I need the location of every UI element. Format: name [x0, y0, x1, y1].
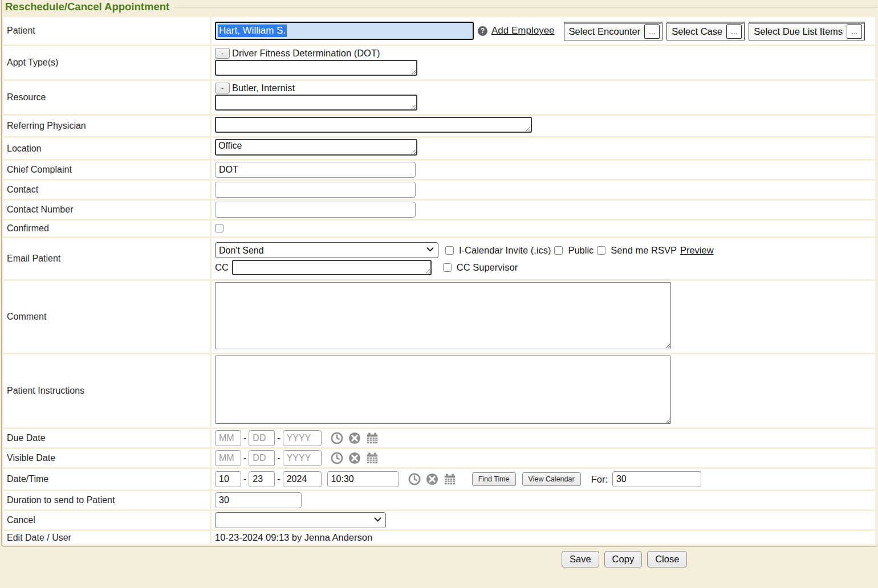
appt-type-collapse-button[interactable]: -	[215, 48, 230, 59]
add-employee-link[interactable]: Add Employee	[491, 25, 555, 36]
clear-date-icon[interactable]	[348, 452, 361, 464]
public-checkbox[interactable]	[554, 246, 563, 255]
duration-input[interactable]	[215, 492, 302, 508]
resource-input[interactable]	[215, 95, 417, 111]
select-encounter-label: Select Encounter	[569, 26, 641, 37]
edit-date-user-value: 10-23-2024 09:13 by Jenna Anderson	[215, 532, 372, 542]
due-date-label: Due Date	[3, 429, 210, 447]
cc-label: CC	[215, 262, 229, 273]
ical-invite-checkbox[interactable]	[445, 246, 454, 255]
patient-label: Patient	[3, 17, 210, 44]
appt-type-value: Driver Fitness Determination (DOT)	[232, 48, 380, 59]
calendar-icon[interactable]	[366, 432, 379, 444]
resource-value: Butler, Internist	[232, 83, 295, 93]
date-time-dd-input[interactable]	[249, 471, 275, 487]
due-date-yyyy-input[interactable]	[283, 430, 322, 446]
view-calendar-button[interactable]: View Calendar	[522, 472, 581, 486]
email-send-select[interactable]: Don't Send	[215, 242, 438, 258]
help-icon[interactable]: ?	[478, 26, 487, 36]
preview-link[interactable]: Preview	[680, 245, 714, 256]
ical-invite-label: I-Calendar Invite (.ics)	[459, 245, 551, 256]
date-separator: -	[243, 433, 246, 443]
date-separator: -	[277, 453, 280, 463]
select-due-list-items-group: Select Due List Items ...	[749, 22, 865, 40]
chief-complaint-input[interactable]	[215, 162, 416, 178]
clear-date-icon[interactable]	[348, 432, 361, 444]
clock-icon[interactable]	[331, 452, 343, 464]
contact-number-input[interactable]	[215, 202, 416, 218]
referring-physician-label: Referring Physician	[3, 116, 210, 136]
visible-date-mm-input[interactable]	[215, 450, 241, 466]
cc-supervisor-label: CC Supervisor	[457, 262, 518, 273]
calendar-icon[interactable]	[366, 452, 379, 464]
select-case-group: Select Case ...	[666, 22, 745, 40]
close-button[interactable]: Close	[647, 551, 687, 567]
date-separator: -	[243, 474, 246, 484]
for-duration-input[interactable]	[612, 471, 701, 487]
patient-input[interactable]: Hart, William S.	[215, 22, 474, 40]
due-date-mm-input[interactable]	[215, 430, 241, 446]
cancel-select[interactable]	[215, 512, 386, 528]
for-label: For:	[591, 474, 608, 485]
copy-button[interactable]: Copy	[604, 551, 643, 567]
patient-input-selected-text: Hart, William S.	[218, 24, 287, 37]
public-label: Public	[568, 245, 594, 256]
cc-supervisor-checkbox[interactable]	[443, 263, 452, 272]
referring-physician-input[interactable]	[215, 117, 532, 133]
cc-input[interactable]	[232, 260, 432, 275]
visible-date-label: Visible Date	[3, 449, 210, 467]
patient-instructions-input[interactable]	[215, 356, 671, 424]
send-me-rsvp-label: Send me RSVP	[611, 245, 677, 256]
appt-type-label: Appt Type(s)	[3, 46, 210, 79]
date-time-label: Date/Time	[3, 469, 210, 489]
duration-label: Duration to send to Patient	[3, 491, 210, 509]
cancel-label: Cancel	[3, 511, 210, 529]
save-button[interactable]: Save	[562, 551, 599, 567]
select-case-button[interactable]: ...	[726, 24, 742, 39]
location-input[interactable]: Office	[215, 139, 417, 156]
comment-label: Comment	[3, 281, 210, 353]
contact-input[interactable]	[215, 182, 416, 198]
confirmed-label: Confirmed	[3, 220, 210, 236]
appointment-form-panel: Reschedule/Cancel Appointment Patient Ha…	[1, 0, 878, 547]
date-separator: -	[243, 453, 246, 463]
select-case-label: Select Case	[672, 26, 722, 37]
date-time-yyyy-input[interactable]	[283, 471, 322, 487]
edit-date-user-label: Edit Date / User	[3, 531, 210, 544]
confirmed-checkbox[interactable]	[215, 224, 223, 232]
appt-type-input[interactable]	[215, 60, 417, 76]
resource-label: Resource	[3, 81, 210, 114]
visible-date-dd-input[interactable]	[249, 450, 275, 466]
legend-divider	[174, 0, 877, 7]
find-time-button[interactable]: Find Time	[472, 472, 516, 486]
clear-date-icon[interactable]	[426, 473, 438, 485]
select-encounter-button[interactable]: ...	[644, 24, 660, 39]
clock-icon[interactable]	[331, 432, 343, 444]
calendar-icon[interactable]	[444, 473, 456, 485]
clock-icon[interactable]	[408, 473, 421, 485]
due-date-dd-input[interactable]	[249, 430, 275, 446]
chief-complaint-label: Chief Complaint	[3, 161, 210, 179]
email-patient-label: Email Patient	[3, 238, 210, 279]
location-label: Location	[3, 138, 210, 159]
contact-label: Contact	[3, 181, 210, 199]
comment-input[interactable]	[215, 282, 671, 349]
date-time-time-input[interactable]	[327, 471, 399, 487]
date-time-mm-input[interactable]	[215, 471, 241, 487]
select-due-list-items-button[interactable]: ...	[847, 24, 862, 39]
select-due-list-items-label: Select Due List Items	[754, 26, 843, 37]
appointment-form-table: Patient Hart, William S. ? Add Employee …	[2, 15, 877, 546]
patient-instructions-label: Patient Instructions	[3, 354, 210, 427]
select-encounter-group: Select Encounter ...	[564, 22, 663, 40]
resource-collapse-button[interactable]: -	[215, 83, 230, 93]
send-me-rsvp-checkbox[interactable]	[597, 246, 605, 255]
contact-number-label: Contact Number	[3, 201, 210, 219]
date-separator: -	[277, 433, 280, 443]
footer-buttons: Save Copy Close	[0, 547, 878, 567]
page-title: Reschedule/Cancel Appointment	[5, 0, 174, 14]
visible-date-yyyy-input[interactable]	[283, 450, 322, 466]
date-separator: -	[277, 474, 280, 484]
